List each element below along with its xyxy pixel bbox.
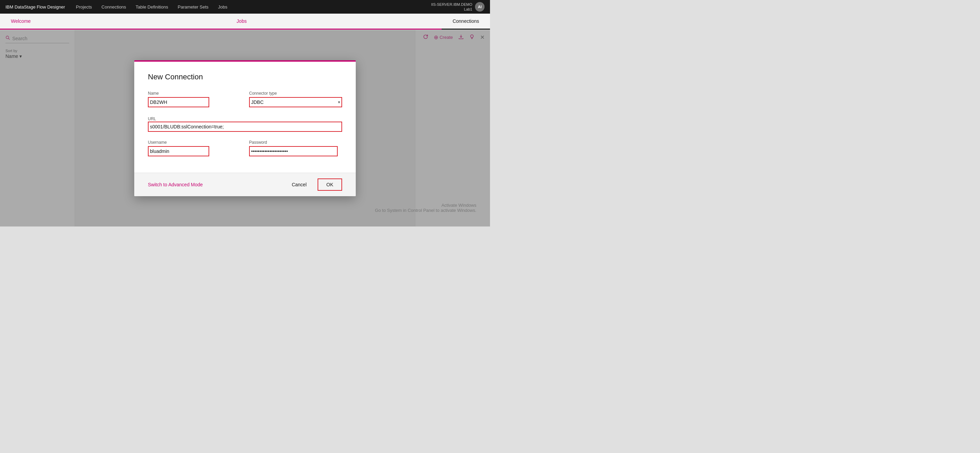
tab-welcome[interactable]: Welcome [0,14,41,30]
avatar[interactable]: AI [475,2,485,11]
topnav-parameter-sets[interactable]: Parameter Sets [178,5,208,10]
modal-body: New Connection Name Connector type JDBC … [134,62,356,173]
topnav: IBM DataStage Flow Designer Projects Con… [0,0,490,14]
footer-right: Cancel OK [286,178,342,191]
name-input[interactable] [148,97,209,107]
main-area: Sort by Name ▾ ⊕ Create ✕ Activate Windo… [0,30,490,227]
password-label: Password [249,140,342,145]
topnav-connections[interactable]: Connections [102,5,126,10]
modal-title: New Connection [148,73,342,81]
url-group: URL [148,116,342,132]
topnav-projects[interactable]: Projects [76,5,92,10]
username-label: Username [148,140,241,145]
modal-footer: Switch to Advanced Mode Cancel OK [134,173,356,196]
name-group: Name [148,91,241,107]
tab-jobs[interactable]: Jobs [41,14,442,30]
ok-button[interactable]: OK [318,178,342,191]
connector-type-dropdown[interactable]: JDBC ▾ [249,97,342,107]
username-group: Username [148,140,241,156]
tab-connections[interactable]: Connections [442,14,490,30]
connector-type-label: Connector type [249,91,342,96]
name-connector-row: Name Connector type JDBC ▾ [148,91,342,107]
new-connection-modal: New Connection Name Connector type JDBC … [134,60,356,196]
topnav-jobs[interactable]: Jobs [218,5,227,10]
chevron-down-icon: ▾ [338,100,340,105]
url-label: URL [148,116,156,121]
password-input[interactable] [249,146,338,156]
name-label: Name [148,91,241,96]
cancel-button[interactable]: Cancel [286,179,312,190]
url-input[interactable] [148,122,342,132]
connector-type-group: Connector type JDBC ▾ [249,91,342,107]
username-input[interactable] [148,146,209,156]
switch-advanced-button[interactable]: Switch to Advanced Mode [148,182,203,188]
password-group: Password [249,140,342,156]
username-password-row: Username Password [148,140,342,156]
modal-overlay: New Connection Name Connector type JDBC … [0,30,490,227]
topnav-menu: Projects Connections Table Definitions P… [76,5,227,10]
topnav-table-definitions[interactable]: Table Definitions [135,5,168,10]
tabnav: Welcome Jobs Connections [0,14,490,30]
app-brand: IBM DataStage Flow Designer [5,5,65,10]
server-info: IIS-SERVER.IBM.DEMO Lab1 [431,2,472,12]
